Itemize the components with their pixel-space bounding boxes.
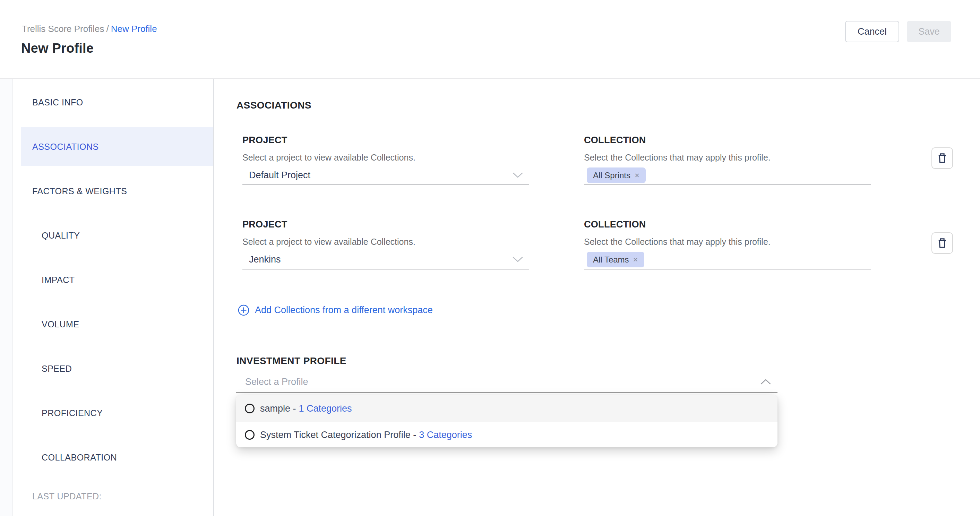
main-content: ASSOCIATIONS PROJECT Select a project to…: [215, 79, 980, 516]
option-categories-link[interactable]: 1 Categories: [299, 402, 352, 415]
trash-icon: [936, 237, 948, 249]
chip-label: All Teams: [593, 255, 629, 264]
breadcrumb-separator: /: [104, 24, 111, 34]
collection-chip[interactable]: All Teams ×: [587, 252, 644, 268]
investment-profile-dropdown: sample - 1 Categories System Ticket Cate…: [236, 395, 778, 448]
breadcrumb-parent[interactable]: Trellis Score Profiles: [22, 24, 104, 34]
collection-select-underline: [584, 185, 871, 185]
collection-helper: Select the Collections that may apply th…: [584, 151, 770, 164]
chevron-down-icon[interactable]: [512, 172, 523, 178]
sidebar-item-impact[interactable]: IMPACT: [14, 260, 213, 299]
delete-association-button[interactable]: [931, 147, 953, 169]
project-select-underline: [242, 269, 529, 269]
sidebar-item-proficiency[interactable]: PROFICIENCY: [14, 393, 213, 432]
option-name: sample -: [260, 402, 296, 415]
radio-icon[interactable]: [245, 404, 255, 413]
dropdown-option-sample[interactable]: sample - 1 Categories: [236, 395, 778, 422]
project-helper: Select a project to view available Colle…: [242, 151, 415, 164]
chip-remove-icon[interactable]: ×: [633, 256, 638, 264]
collection-label: COLLECTION: [584, 218, 646, 231]
page-header: Trellis Score Profiles/New Profile New P…: [0, 0, 980, 79]
project-select[interactable]: Default Project: [249, 169, 310, 182]
collection-chip[interactable]: All Sprints ×: [587, 167, 646, 183]
sidebar-item-quality[interactable]: QUALITY: [14, 216, 213, 255]
collection-chip-row: All Teams ×: [587, 252, 644, 268]
add-collections-label: Add Collections from a different workspa…: [255, 303, 433, 317]
sidebar-item-volume[interactable]: VOLUME: [14, 305, 213, 344]
sidebar-item-basic-info[interactable]: BASIC INFO: [14, 83, 213, 122]
delete-association-button[interactable]: [931, 233, 953, 254]
project-select[interactable]: Jenkins: [249, 253, 281, 266]
header-actions: Cancel Save: [845, 21, 951, 42]
chip-remove-icon[interactable]: ×: [635, 171, 640, 180]
breadcrumb-current[interactable]: New Profile: [111, 24, 157, 34]
add-collections-link[interactable]: Add Collections from a different workspa…: [237, 303, 433, 317]
project-helper: Select a project to view available Colle…: [242, 236, 415, 248]
sidebar: BASIC INFO ASSOCIATIONS FACTORS & WEIGHT…: [14, 79, 214, 516]
save-button[interactable]: Save: [907, 21, 951, 42]
trellis-score-profile-page: Trellis Score Profiles/New Profile New P…: [0, 0, 980, 516]
investment-select-underline: [236, 392, 778, 393]
trash-icon: [936, 152, 948, 164]
sidebar-item-factors-weights[interactable]: FACTORS & WEIGHTS: [14, 172, 213, 210]
option-name: System Ticket Categorization Profile -: [260, 428, 416, 441]
breadcrumb: Trellis Score Profiles/New Profile: [22, 23, 157, 35]
collection-helper: Select the Collections that may apply th…: [584, 236, 770, 248]
left-rail: [0, 79, 13, 516]
project-label: PROJECT: [242, 218, 288, 231]
chevron-up-icon[interactable]: [760, 379, 771, 385]
investment-profile-title: INVESTMENT PROFILE: [237, 355, 347, 366]
collection-label: COLLECTION: [584, 134, 646, 147]
sidebar-item-associations[interactable]: ASSOCIATIONS: [21, 127, 213, 166]
option-categories-link[interactable]: 3 Categories: [419, 428, 472, 441]
collection-select-underline: [584, 269, 871, 269]
last-updated-label: LAST UPDATED:: [14, 490, 213, 502]
radio-icon[interactable]: [245, 430, 255, 440]
cancel-button[interactable]: Cancel: [845, 21, 899, 42]
sidebar-item-speed[interactable]: SPEED: [14, 349, 213, 388]
investment-profile-select[interactable]: Select a Profile: [245, 376, 308, 388]
collection-chip-row: All Sprints ×: [587, 167, 646, 183]
plus-circle-icon: [237, 304, 250, 316]
chevron-down-icon[interactable]: [512, 256, 523, 263]
sidebar-item-collaboration[interactable]: COLLABORATION: [14, 438, 213, 477]
page-title: New Profile: [21, 41, 94, 56]
chip-label: All Sprints: [593, 170, 630, 180]
associations-section-title: ASSOCIATIONS: [237, 100, 312, 111]
project-select-underline: [242, 185, 529, 185]
dropdown-option-system-ticket[interactable]: System Ticket Categorization Profile - 3…: [236, 422, 778, 448]
project-label: PROJECT: [242, 134, 288, 147]
